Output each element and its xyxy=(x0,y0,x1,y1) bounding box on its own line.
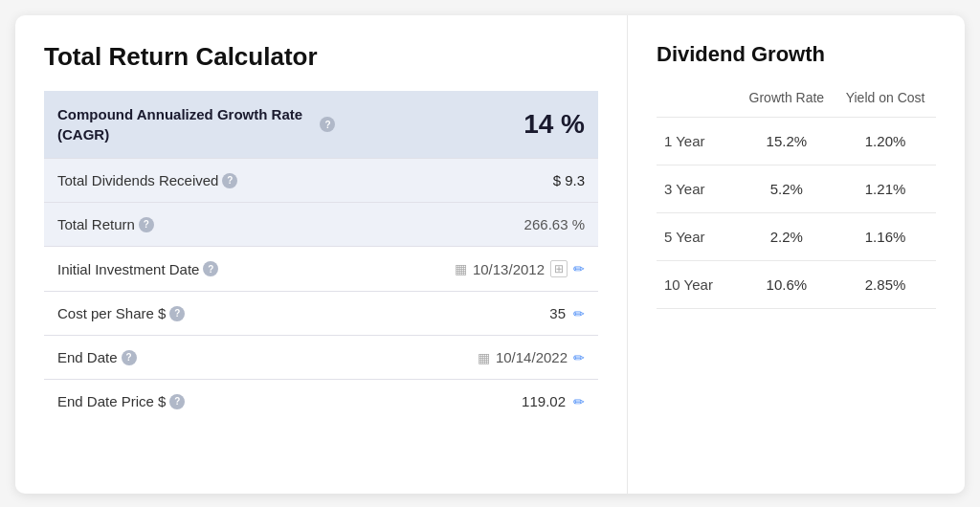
total-return-question-icon[interactable]: ? xyxy=(139,217,154,232)
dividend-growth-rate: 2.2% xyxy=(739,213,835,261)
end-date-label-text: End Date xyxy=(57,349,118,365)
end-date-price-value-wrapper: 119.02 ✏ xyxy=(362,393,585,409)
dividend-period: 1 Year xyxy=(657,118,739,165)
dividends-label-text: Total Dividends Received xyxy=(57,172,218,188)
initial-date-question-icon[interactable]: ? xyxy=(203,261,218,276)
total-return-label-text: Total Return xyxy=(57,216,135,232)
dividend-growth-table: Growth Rate Yield on Cost 1 Year 15.2% 1… xyxy=(657,90,936,309)
dividend-growth-rate: 5.2% xyxy=(739,165,835,213)
initial-date-label: Initial Investment Date ? xyxy=(57,261,335,277)
cost-per-share-row: Cost per Share $ ? 35 ✏ xyxy=(44,292,598,336)
cagr-label-text: Compound Annualized Growth Rate (CAGR) xyxy=(57,104,316,144)
end-date-price-question-icon[interactable]: ? xyxy=(169,394,185,409)
col-header-period xyxy=(657,90,739,118)
dividend-row: 1 Year 15.2% 1.20% xyxy=(657,118,936,165)
dividend-period: 3 Year xyxy=(657,165,739,213)
cost-per-share-value: 35 xyxy=(549,305,566,321)
dividend-yield-on-cost: 1.21% xyxy=(835,165,936,213)
dividend-growth-rate: 10.6% xyxy=(739,261,835,309)
dividends-row: Total Dividends Received ? $ 9.3 xyxy=(44,159,598,203)
end-date-price-label-text: End Date Price $ xyxy=(57,393,166,409)
page-title: Total Return Calculator xyxy=(44,42,598,72)
col-header-yield-on-cost: Yield on Cost xyxy=(835,90,936,118)
initial-date-row: Initial Investment Date ? ▦ 10/13/2012 ⊞… xyxy=(44,247,598,292)
dividend-growth-title: Dividend Growth xyxy=(657,42,936,67)
end-date-calendar-icon[interactable]: ▦ xyxy=(478,350,490,365)
dividend-yield-on-cost: 2.85% xyxy=(835,261,936,309)
dividend-row: 10 Year 10.6% 2.85% xyxy=(657,261,936,309)
cagr-value: 14 % xyxy=(362,109,585,140)
calc-table: Compound Annualized Growth Rate (CAGR) ?… xyxy=(44,91,598,423)
cost-per-share-label-text: Cost per Share $ xyxy=(57,305,166,321)
initial-date-value-wrapper: ▦ 10/13/2012 ⊞ ✏ xyxy=(362,260,585,277)
dividend-row: 3 Year 5.2% 1.21% xyxy=(657,165,936,213)
dividends-value: $ 9.3 xyxy=(362,172,585,188)
end-date-question-icon[interactable]: ? xyxy=(122,350,137,365)
cost-per-share-label: Cost per Share $ ? xyxy=(57,305,335,321)
end-date-edit-icon[interactable]: ✏ xyxy=(573,350,585,365)
dividend-period: 5 Year xyxy=(657,213,739,261)
cagr-label: Compound Annualized Growth Rate (CAGR) ? xyxy=(57,104,335,144)
cagr-row: Compound Annualized Growth Rate (CAGR) ?… xyxy=(44,91,598,159)
dividend-growth-rate: 15.2% xyxy=(739,118,835,165)
col-header-growth-rate: Growth Rate xyxy=(739,90,835,118)
total-return-label: Total Return ? xyxy=(57,216,335,232)
end-date-row: End Date ? ▦ 10/14/2022 ✏ xyxy=(44,336,598,380)
initial-date-edit-icon[interactable]: ✏ xyxy=(573,261,585,276)
cost-per-share-edit-icon[interactable]: ✏ xyxy=(573,306,585,321)
end-date-value: 10/14/2022 xyxy=(496,349,568,365)
dividend-period: 10 Year xyxy=(657,261,739,309)
initial-date-label-text: Initial Investment Date xyxy=(57,261,199,277)
end-date-price-row: End Date Price $ ? 119.02 ✏ xyxy=(44,380,598,424)
right-panel: Dividend Growth Growth Rate Yield on Cos… xyxy=(628,15,965,494)
dividends-label: Total Dividends Received ? xyxy=(57,172,335,188)
end-date-price-value: 119.02 xyxy=(522,393,566,409)
cagr-question-icon[interactable]: ? xyxy=(320,117,335,132)
end-date-label: End Date ? xyxy=(57,349,335,365)
dividends-question-icon[interactable]: ? xyxy=(222,173,237,188)
end-date-value-wrapper: ▦ 10/14/2022 ✏ xyxy=(362,349,585,365)
initial-date-calendar-icon[interactable]: ▦ xyxy=(455,261,467,276)
dividend-yield-on-cost: 1.16% xyxy=(835,213,936,261)
initial-date-value: 10/13/2012 xyxy=(473,261,545,277)
end-date-price-label: End Date Price $ ? xyxy=(57,393,335,409)
end-date-price-edit-icon[interactable]: ✏ xyxy=(573,394,585,409)
dividend-row: 5 Year 2.2% 1.16% xyxy=(657,213,936,261)
dividend-yield-on-cost: 1.20% xyxy=(835,118,936,165)
table-header-row: Growth Rate Yield on Cost xyxy=(657,90,936,118)
cost-per-share-question-icon[interactable]: ? xyxy=(169,306,185,321)
main-container: Total Return Calculator Compound Annuali… xyxy=(15,15,965,494)
cost-per-share-value-wrapper: 35 ✏ xyxy=(362,305,585,321)
total-return-row: Total Return ? 266.63 % xyxy=(44,203,598,247)
left-panel: Total Return Calculator Compound Annuali… xyxy=(15,15,628,494)
total-return-value: 266.63 % xyxy=(362,216,585,232)
initial-date-table-icon[interactable]: ⊞ xyxy=(550,260,568,277)
